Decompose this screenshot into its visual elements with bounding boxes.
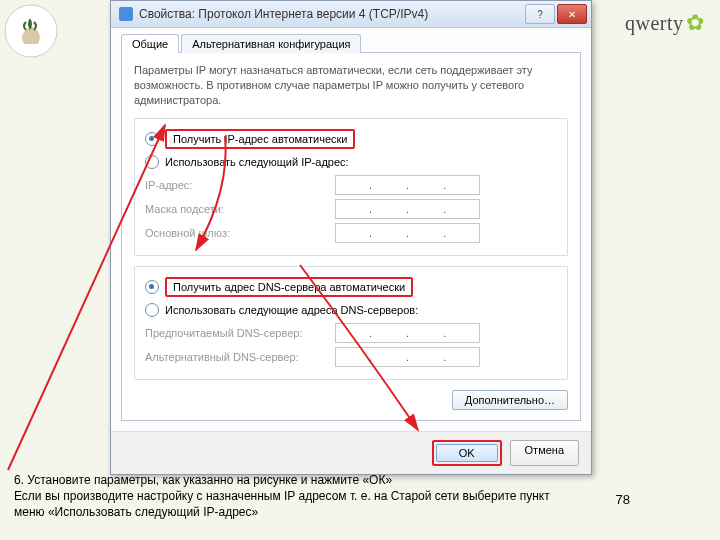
- ip-group: Получить IP-адрес автоматически Использо…: [134, 118, 568, 256]
- radio-ip-auto[interactable]: [145, 132, 159, 146]
- instruction-text: 6. Установите параметры, как указанно на…: [14, 472, 574, 521]
- label-dns-pref: Предпочитаемый DNS-сервер:: [145, 327, 335, 339]
- label-gateway: Основной шлюз:: [145, 227, 335, 239]
- dns-group: Получить адрес DNS-сервера автоматически…: [134, 266, 568, 380]
- tab-general[interactable]: Общие: [121, 34, 179, 53]
- radio-dns-auto[interactable]: [145, 280, 159, 294]
- window-title: Свойства: Протокол Интернета версии 4 (T…: [139, 7, 523, 21]
- window-icon: [119, 7, 133, 21]
- dns-alt-input: ...: [335, 347, 480, 367]
- dns-pref-input: ...: [335, 323, 480, 343]
- instruction-line2: Если вы производите настройку с назначен…: [14, 488, 574, 520]
- radio-ip-manual[interactable]: [145, 155, 159, 169]
- label-dns-manual: Использовать следующие адреса DNS-сервер…: [165, 304, 418, 316]
- hands-leaf-logo: [4, 4, 58, 58]
- brand-text: qwerty✿: [625, 10, 704, 36]
- label-dns-alt: Альтернативный DNS-сервер:: [145, 351, 335, 363]
- cancel-button[interactable]: Отмена: [510, 440, 579, 466]
- titlebar[interactable]: Свойства: Протокол Интернета версии 4 (T…: [111, 1, 591, 28]
- label-dns-auto: Получить адрес DNS-сервера автоматически: [173, 281, 405, 293]
- highlight-ok: OK: [432, 440, 502, 466]
- ip-address-input: ...: [335, 175, 480, 195]
- instruction-line1: 6. Установите параметры, как указанно на…: [14, 472, 574, 488]
- close-button[interactable]: ✕: [557, 4, 587, 24]
- help-button[interactable]: ?: [525, 4, 555, 24]
- tab-alternate[interactable]: Альтернативная конфигурация: [181, 34, 361, 53]
- flower-icon: ✿: [686, 10, 705, 35]
- tab-pane-general: Параметры IP могут назначаться автоматич…: [121, 52, 581, 421]
- label-ip-address: IP-адрес:: [145, 179, 335, 191]
- intro-text: Параметры IP могут назначаться автоматич…: [134, 63, 568, 108]
- label-ip-auto: Получить IP-адрес автоматически: [173, 133, 347, 145]
- highlight-ip-auto: Получить IP-адрес автоматически: [165, 129, 355, 149]
- subnet-mask-input: ...: [335, 199, 480, 219]
- label-subnet-mask: Маска подсети:: [145, 203, 335, 215]
- ok-button[interactable]: OK: [436, 444, 498, 462]
- ipv4-properties-dialog: Свойства: Протокол Интернета версии 4 (T…: [110, 0, 592, 475]
- page-number: 78: [616, 492, 630, 507]
- dialog-buttons: OK Отмена: [111, 431, 591, 474]
- highlight-dns-auto: Получить адрес DNS-сервера автоматически: [165, 277, 413, 297]
- label-ip-manual: Использовать следующий IP-адрес:: [165, 156, 349, 168]
- radio-dns-manual[interactable]: [145, 303, 159, 317]
- gateway-input: ...: [335, 223, 480, 243]
- advanced-button[interactable]: Дополнительно…: [452, 390, 568, 410]
